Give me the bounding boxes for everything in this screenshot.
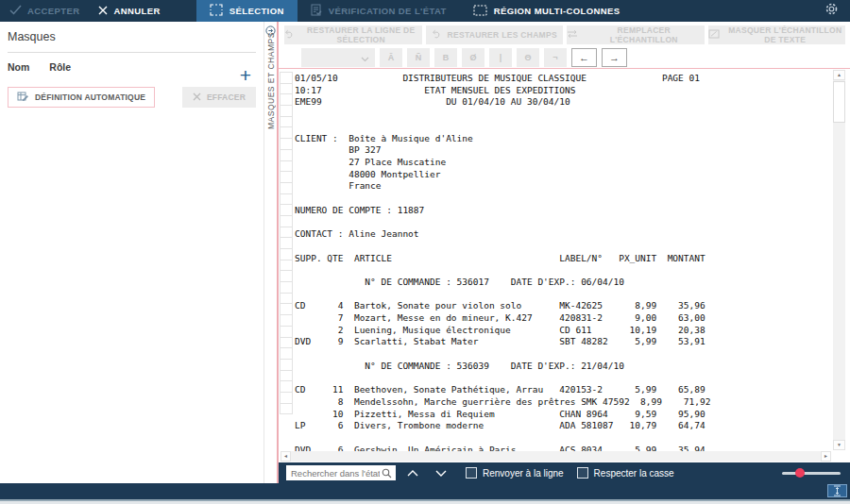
wrap-lines-label: Renvoyer à la ligne (483, 468, 564, 479)
document-check-icon (311, 4, 322, 18)
hide-text-sample-button[interactable]: MASQUER L'ÉCHANTILLON DE TEXTE (708, 25, 846, 44)
tab-selection-label: SÉLECTION (230, 6, 284, 16)
clear-label: EFFACER (207, 92, 246, 102)
report-sample-text[interactable]: 01/05/10 DISTRIBUTEURS DE MUSIQUE CLASSI… (295, 73, 710, 457)
check-icon (9, 5, 22, 17)
row-gutter-cell[interactable] (280, 403, 293, 415)
masks-list-header: Nom Rôle (8, 61, 256, 73)
accept-label: ACCEPTER (27, 6, 79, 16)
tab-verification-label: VÉRIFICATION DE L'ÉTAT (329, 6, 447, 16)
restore-selection-line-button[interactable]: RESTAURER LA LIGNE DE SÉLECTION (284, 25, 422, 44)
field-type-slashed-zero-button[interactable]: Ø (462, 48, 484, 67)
panel-divider (8, 52, 256, 53)
tab-verification[interactable]: VÉRIFICATION DE L'ÉTAT (298, 0, 460, 22)
masks-actions-row: DÉFINITION AUTOMATIQUE EFFACER (0, 87, 264, 108)
find-next-button[interactable] (430, 465, 452, 480)
masked-text-icon (708, 29, 720, 41)
gear-icon (824, 2, 839, 20)
row-gutter[interactable] (280, 72, 293, 414)
field-type-corner-button[interactable]: ¬ (544, 48, 567, 67)
cancel-label: ANNULER (113, 6, 160, 16)
scroll-up-arrow[interactable]: ▲ (833, 70, 845, 80)
side-tab-strip: MASQUES ET CHAMPS (264, 22, 277, 483)
undo-icon (284, 29, 295, 41)
swap-arrows-icon (567, 29, 578, 41)
zoom-slider[interactable] (782, 472, 841, 475)
auto-definition-icon (17, 91, 29, 104)
search-box (286, 465, 396, 480)
match-case-checkbox[interactable] (577, 467, 588, 479)
chevron-down-icon (361, 49, 369, 66)
cancel-button[interactable]: ANNULER (89, 0, 169, 22)
restore-selection-line-label: RESTAURER LA LIGNE DE SÉLECTION (300, 25, 422, 44)
tab-region-label: RÉGION MULTI-COLONNES (494, 6, 620, 16)
restore-fields-button[interactable]: RESTAURER LES CHAMPS (426, 25, 564, 44)
undo-icon (432, 29, 442, 41)
auto-definition-button[interactable]: DÉFINITION AUTOMATIQUE (8, 87, 155, 108)
settings-button[interactable] (813, 0, 850, 22)
chevron-up-icon (407, 465, 418, 479)
sample-editor: RESTAURER LA LIGNE DE SÉLECTION RESTAURE… (277, 22, 850, 483)
field-type-alpha-button[interactable]: Ā (380, 48, 402, 67)
vertical-resize-icon (833, 485, 842, 499)
field-type-bar-button[interactable]: | (489, 48, 512, 67)
match-case-label: Respecter la casse (594, 468, 674, 479)
clear-button[interactable]: EFFACER (182, 87, 256, 108)
sample-toolbar-row2: Ā Ñ B Ø | Θ ¬ ← → (301, 48, 627, 67)
tab-selection[interactable]: SÉLECTION (196, 0, 298, 22)
find-bar: Renvoyer à la ligne Respecter la casse (279, 462, 850, 483)
masks-panel: Masques Nom Rôle + DÉFINITION AUTOMATIQU… (0, 22, 264, 483)
zoom-slider-thumb[interactable] (795, 468, 805, 478)
nav-left-button[interactable]: ← (571, 48, 597, 67)
dashed-region-icon (473, 5, 487, 18)
replace-sample-label: REMPLACER L'ÉCHANTILLON (584, 25, 705, 44)
top-toolbar: ACCEPTER ANNULER SÉLECTION VÉRIFICATION … (0, 0, 850, 22)
nav-right-button[interactable]: → (602, 48, 627, 67)
tab-multicolumn-region[interactable]: RÉGION MULTI-COLONNES (460, 0, 634, 22)
find-previous-button[interactable] (401, 465, 424, 480)
masks-panel-title: Masques (8, 30, 256, 43)
status-bar (0, 483, 850, 499)
horizontal-scrollbar[interactable]: ◄ ► (280, 451, 831, 462)
column-header-nom: Nom (8, 61, 29, 73)
scroll-right-arrow[interactable]: ► (821, 451, 831, 462)
selection-frame-icon (210, 4, 223, 18)
scroll-left-arrow[interactable]: ◄ (280, 451, 291, 462)
sample-toolbar-row1: RESTAURER LA LIGNE DE SÉLECTION RESTAURE… (284, 25, 845, 44)
fit-height-button[interactable] (827, 484, 847, 497)
field-type-theta-button[interactable]: Θ (517, 48, 539, 67)
field-type-b-button[interactable]: B (434, 48, 457, 67)
search-icon (382, 468, 396, 479)
window-bottom-edge (0, 499, 850, 504)
add-mask-button[interactable]: + (240, 66, 251, 85)
chevron-down-icon (435, 465, 447, 479)
field-type-dropdown[interactable] (301, 48, 375, 67)
close-icon (98, 6, 108, 17)
side-tab-masques-et-champs[interactable]: MASQUES ET CHAMPS (266, 40, 276, 129)
scroll-down-arrow[interactable]: ▼ (833, 440, 845, 450)
accept-button[interactable]: ACCEPTER (0, 0, 89, 22)
column-header-role: Rôle (49, 61, 71, 73)
restore-fields-label: RESTAURER LES CHAMPS (448, 30, 557, 40)
clear-x-icon (193, 92, 201, 103)
wrap-lines-checkbox[interactable] (466, 467, 477, 479)
replace-sample-button[interactable]: REMPLACER L'ÉCHANTILLON (567, 25, 705, 44)
vertical-scrollbar[interactable]: ▲ ▼ (833, 70, 845, 450)
report-sample-region[interactable]: 01/05/10 DISTRIBUTEURS DE MUSIQUE CLASSI… (279, 68, 850, 462)
field-type-alnum-button[interactable]: Ñ (407, 48, 430, 67)
hide-text-sample-label: MASQUER L'ÉCHANTILLON DE TEXTE (725, 25, 846, 44)
app-window: ACCEPTER ANNULER SÉLECTION VÉRIFICATION … (0, 0, 850, 504)
auto-definition-label: DÉFINITION AUTOMATIQUE (35, 92, 145, 102)
vertical-scroll-thumb[interactable] (833, 81, 845, 123)
search-input[interactable] (286, 468, 382, 479)
